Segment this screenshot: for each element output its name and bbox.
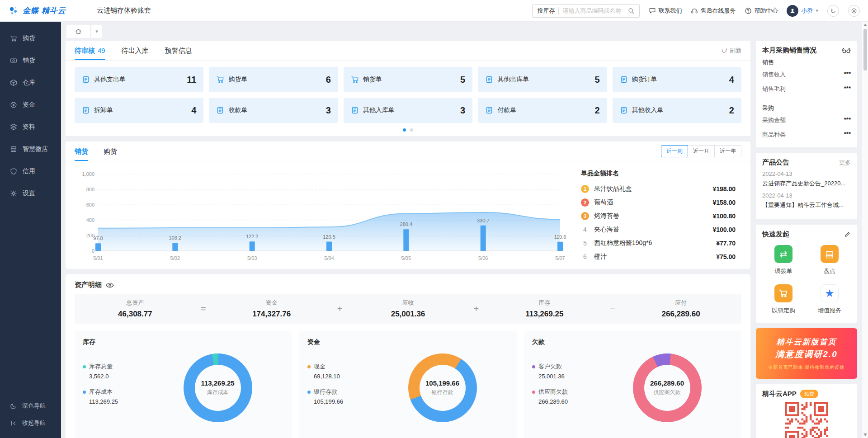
- scrollbar-thumb[interactable]: [863, 29, 867, 71]
- item-ranking: 单品金额排名 1 果汁饮品礼盒 ¥198.00 2 葡萄酒 ¥158.00: [578, 167, 736, 266]
- donut-center-label: 库存成本: [207, 389, 229, 396]
- sidebar-item-credit[interactable]: 信用: [0, 160, 61, 182]
- sidebar-item-settings[interactable]: 设置: [0, 182, 61, 204]
- range-year-button[interactable]: 近一年: [714, 145, 741, 157]
- after-sales-link[interactable]: 售后在线服务: [691, 7, 736, 15]
- tile-payment[interactable]: 付款单 2: [478, 98, 607, 123]
- banner-line1: 精斗云新版首页: [777, 337, 837, 347]
- ranking-row[interactable]: 6 橙汁 ¥75.00: [581, 253, 736, 261]
- search-icon[interactable]: [627, 7, 635, 14]
- assets-head: 资产明细: [66, 274, 750, 294]
- main-content: 待审核 49 待出入库 预警信息 刷新: [66, 41, 750, 438]
- tab-sales[interactable]: 销货: [75, 141, 88, 161]
- tile-receipt[interactable]: 收款单 3: [209, 98, 338, 123]
- announcement-date: 2022-04-13: [762, 192, 851, 199]
- tab-pending-approval[interactable]: 待审核 49: [75, 41, 105, 60]
- scroll-up-arrow[interactable]: [863, 24, 867, 26]
- tile-other-expense[interactable]: 其他支出单 11: [75, 67, 203, 92]
- legend-label: 供应商欠款: [538, 388, 568, 396]
- stat-funds: 资金 174,327.76: [211, 299, 332, 319]
- tile-sales-order[interactable]: 销货单 5: [344, 67, 472, 92]
- ranking-row[interactable]: 3 烤海苔卷 ¥100.80: [581, 212, 736, 220]
- app-logo[interactable]: 金蝶 精斗云: [8, 5, 85, 16]
- quick-stocktake[interactable]: ▤ 盘点: [821, 245, 839, 275]
- record-button[interactable]: [848, 5, 860, 17]
- contact-us-link[interactable]: 联系我们: [649, 7, 682, 15]
- scrollbar[interactable]: [862, 22, 868, 438]
- ranking-row[interactable]: 4 夹心海苔 ¥100.00: [581, 226, 736, 234]
- row-value: ***: [844, 71, 851, 79]
- carousel-dot[interactable]: [403, 128, 406, 132]
- legend-dot: [307, 365, 311, 368]
- cart-icon: [216, 75, 224, 84]
- collapse-nav-button[interactable]: 收起导航: [0, 414, 61, 432]
- tile-other-outbound[interactable]: 其他出库单 5: [478, 67, 607, 92]
- username: 小乔: [801, 7, 813, 15]
- tab-alerts[interactable]: 预警信息: [165, 41, 192, 60]
- glasses-icon[interactable]: [842, 48, 851, 53]
- sidebar-item-funds[interactable]: 资金: [0, 94, 61, 116]
- carousel-dot[interactable]: [410, 128, 413, 132]
- announcement-link[interactable]: 【重要通知】精斗云工作台城...: [762, 201, 851, 209]
- range-month-button[interactable]: 近一月: [688, 145, 715, 157]
- survey-banner[interactable]: 精斗云新版首页 满意度调研2.0 全新首页已到来 期待收到您的反馈: [756, 328, 857, 379]
- announcement-item: 2022-04-13 云进销存产品更新公告_20220...: [762, 170, 851, 188]
- home-icon: [75, 28, 82, 35]
- sidebar-item-microstore[interactable]: 智慧微店: [0, 138, 61, 160]
- tile-disassembly[interactable]: 拆卸单 4: [75, 98, 203, 123]
- tile-purchase-order[interactable]: 购货单 6: [209, 67, 338, 92]
- monthly-row: 商品种类 ***: [762, 127, 851, 142]
- search-box[interactable]: 搜库存: [532, 4, 640, 18]
- cart-icon: [10, 35, 17, 42]
- tile-other-income[interactable]: 其他收入单 2: [613, 98, 741, 123]
- quick-value-added[interactable]: ★ 增值服务: [818, 284, 841, 315]
- topbar-right: 搜库存 联系我们 售后在线服务 帮助中心: [532, 4, 860, 18]
- dark-nav-toggle[interactable]: 深色导航: [0, 397, 61, 414]
- stat-receivable: 应收 25,001.36: [348, 299, 469, 319]
- tile-purchase-po[interactable]: 购货订单 4: [613, 67, 741, 92]
- eye-icon[interactable]: [106, 282, 114, 288]
- user-menu[interactable]: 小乔 ▾: [787, 5, 818, 17]
- history-button[interactable]: [827, 5, 839, 17]
- legend-dot: [83, 391, 86, 394]
- scroll-down-arrow[interactable]: [863, 433, 867, 436]
- sidebar-item-label: 信用: [23, 167, 35, 175]
- ranking-row[interactable]: 5 西红柿意粉酱190g*6 ¥77.70: [581, 239, 736, 247]
- legend-value: 266,289.60: [538, 398, 601, 405]
- ranking-row[interactable]: 1 果汁饮品礼盒 ¥198.00: [581, 185, 736, 193]
- pencil-icon[interactable]: [844, 231, 851, 238]
- quick-transfer-order[interactable]: ⇄ 调拨单: [774, 245, 793, 275]
- sidebar-item-purchase[interactable]: 购货: [0, 27, 61, 49]
- stocktake-icon: ▤: [821, 245, 839, 263]
- after-sales-label: 售后在线服务: [700, 7, 736, 15]
- tab-pending-inout[interactable]: 待出入库: [122, 41, 149, 60]
- search-input[interactable]: [562, 7, 624, 14]
- more-link[interactable]: 更多: [839, 159, 851, 167]
- qr-code: [785, 402, 828, 438]
- gear-icon: [10, 190, 17, 197]
- sidebar-item-warehouse[interactable]: 仓库: [0, 71, 61, 94]
- legend-dot: [307, 391, 311, 394]
- sell-to-buy-cart-icon: [774, 284, 793, 302]
- coin-icon: [10, 101, 17, 108]
- quick-sell-to-buy[interactable]: 以销定购: [772, 284, 795, 315]
- ranking-row[interactable]: 2 葡萄酒 ¥158.00: [581, 198, 736, 207]
- quick-launch-title: 快速发起: [762, 230, 844, 239]
- sidebar-item-data[interactable]: 资料: [0, 116, 61, 138]
- tile-other-inbound[interactable]: 其他入库单 3: [344, 98, 472, 123]
- tab-dropdown-button[interactable]: ▾: [91, 25, 102, 38]
- sidebar-item-sales[interactable]: 销货: [0, 49, 61, 71]
- row-label: 采购金额: [762, 116, 786, 124]
- panel-legend: 客户欠款 25,001.36 供应商欠款 266,289.60: [532, 363, 601, 413]
- panel-legend: 库存总量 3,562.0 库存成本 113,269.25: [83, 363, 151, 413]
- ranking-item-price: ¥158.00: [712, 199, 736, 206]
- search-category[interactable]: 搜库存: [537, 7, 555, 15]
- announcement-link[interactable]: 云进销存产品更新公告_20220...: [762, 179, 851, 188]
- refresh-button[interactable]: 刷新: [721, 47, 741, 55]
- svg-text:120.5: 120.5: [323, 234, 335, 240]
- tab-purchase[interactable]: 购货: [104, 141, 117, 161]
- tab-home[interactable]: [66, 25, 90, 38]
- help-center-link[interactable]: 帮助中心: [745, 7, 778, 15]
- range-week-button[interactable]: 近一周: [661, 145, 688, 157]
- quick-label: 盘点: [824, 267, 835, 275]
